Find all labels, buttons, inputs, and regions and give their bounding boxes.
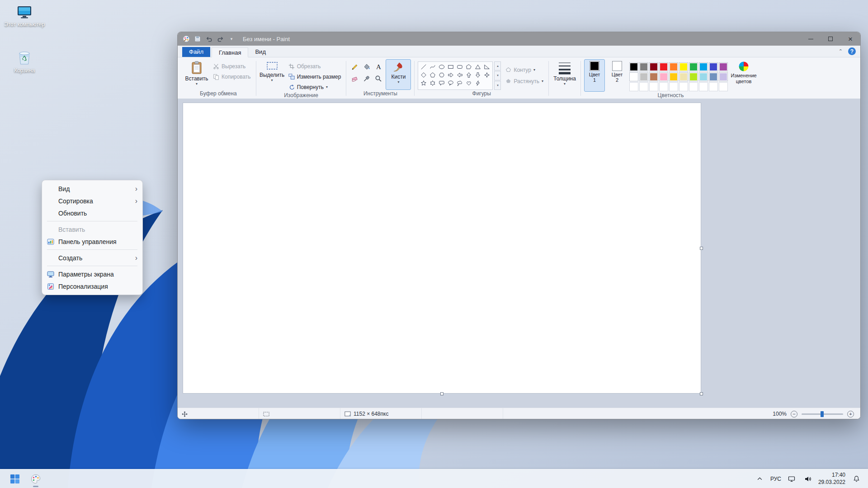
copy-button[interactable]: Копировать [211, 72, 253, 81]
zoom-slider-thumb[interactable] [821, 411, 824, 417]
zoom-out-button[interactable]: − [791, 411, 797, 418]
context-menu-item-2[interactable]: Обновить [44, 207, 141, 219]
minimize-button[interactable] [801, 32, 821, 46]
paint-titlebar[interactable]: ▾ Без имени - Paint × [178, 32, 860, 46]
palette-empty-slot[interactable] [629, 82, 638, 91]
palette-color-swatch[interactable] [719, 72, 728, 81]
pencil-tool-button[interactable] [349, 61, 360, 72]
palette-empty-slot[interactable] [659, 82, 668, 91]
paint-canvas[interactable] [183, 103, 701, 393]
palette-color-swatch[interactable] [709, 62, 718, 71]
rotate-button[interactable]: Повернуть ▾ [287, 82, 343, 92]
redo-button[interactable] [215, 33, 225, 44]
text-tool-button[interactable]: A [373, 61, 384, 72]
canvas-resize-handle-right[interactable] [700, 247, 703, 250]
shape-cloud-callout[interactable] [455, 79, 464, 87]
context-menu-item-0[interactable]: Вид› [44, 183, 141, 195]
palette-color-swatch[interactable] [679, 72, 688, 81]
start-button[interactable] [6, 470, 24, 488]
edit-colors-button[interactable]: Изменение цветов [730, 59, 757, 92]
shape-heart[interactable] [464, 79, 473, 87]
shape-pentagon[interactable] [428, 71, 437, 79]
notifications-button[interactable] [850, 470, 863, 488]
palette-color-swatch[interactable] [669, 62, 678, 71]
palette-color-swatch[interactable] [719, 62, 728, 71]
context-menu-item-10[interactable]: Персонализация [44, 280, 141, 292]
palette-color-swatch[interactable] [659, 72, 668, 81]
shape-polygon[interactable] [464, 63, 473, 71]
palette-color-swatch[interactable] [699, 72, 708, 81]
shape-hexagon[interactable] [437, 71, 446, 79]
resize-button[interactable]: Изменить размер [287, 72, 343, 81]
shape-arrow-up[interactable] [464, 71, 473, 79]
context-menu-item-7[interactable]: Создать› [44, 252, 141, 264]
shape-four-point-star[interactable] [482, 71, 491, 79]
shape-line[interactable] [419, 63, 428, 71]
shape-arrow-right[interactable] [446, 71, 455, 79]
color2-button[interactable]: Цвет2 [607, 59, 627, 92]
palette-color-swatch[interactable] [689, 72, 698, 81]
palette-color-swatch[interactable] [649, 62, 658, 71]
desktop-icon-recycle-bin[interactable]: Корзина [4, 50, 45, 74]
canvas-resize-handle-bottom[interactable] [440, 392, 443, 395]
palette-empty-slot[interactable] [699, 82, 708, 91]
shapes-scroll-up-icon[interactable]: ▴ [494, 61, 501, 70]
palette-color-swatch[interactable] [669, 72, 678, 81]
shape-triangle[interactable] [473, 63, 482, 71]
palette-color-swatch[interactable] [709, 72, 718, 81]
language-indicator[interactable]: РУС [770, 476, 781, 482]
shapes-scroll-down-icon[interactable]: ▾ [494, 71, 501, 80]
palette-color-swatch[interactable] [639, 72, 648, 81]
palette-color-swatch[interactable] [629, 62, 638, 71]
color1-button[interactable]: Цвет1 [584, 59, 605, 92]
shape-rounded-rectangle[interactable] [455, 63, 464, 71]
palette-empty-slot[interactable] [639, 82, 648, 91]
undo-button[interactable] [204, 33, 214, 44]
shape-diamond[interactable] [419, 71, 428, 79]
palette-color-swatch[interactable] [649, 72, 658, 81]
palette-color-swatch[interactable] [689, 62, 698, 71]
volume-button[interactable] [802, 470, 814, 488]
magnifier-tool-button[interactable] [373, 73, 384, 84]
palette-empty-slot[interactable] [669, 82, 678, 91]
fill-tool-button[interactable] [361, 61, 372, 72]
tab-home[interactable]: Главная [212, 47, 248, 57]
tab-view[interactable]: Вид [248, 47, 273, 57]
palette-empty-slot[interactable] [709, 82, 718, 91]
palette-empty-slot[interactable] [679, 82, 688, 91]
network-button[interactable] [786, 470, 797, 488]
select-button[interactable]: Выделить ▾ [259, 59, 285, 92]
shape-oval-callout[interactable] [446, 79, 455, 87]
shape-arrow-down[interactable] [473, 71, 482, 79]
tray-overflow-button[interactable] [754, 470, 766, 488]
context-menu-item-9[interactable]: Параметры экрана [44, 268, 141, 280]
taskbar-paint-button[interactable] [27, 470, 44, 488]
shape-rectangle[interactable] [446, 63, 455, 71]
shape-right-triangle[interactable] [482, 63, 491, 71]
shape-curve[interactable] [428, 63, 437, 71]
shape-outline-button[interactable]: Контур ▾ [504, 65, 545, 75]
collapse-ribbon-chevron-icon[interactable]: ⌃ [839, 48, 843, 54]
brushes-button[interactable]: Кисти ▾ [386, 59, 411, 90]
palette-color-swatch[interactable] [659, 62, 668, 71]
palette-color-swatch[interactable] [629, 72, 638, 81]
shape-arrow-left[interactable] [455, 71, 464, 79]
customize-qat-chevron-icon[interactable]: ▾ [226, 33, 236, 44]
canvas-resize-handle-corner[interactable] [700, 392, 703, 395]
context-menu-item-5[interactable]: Панель управления [44, 235, 141, 248]
taskbar-clock[interactable]: 17:40 29.03.2022 [818, 472, 845, 486]
help-icon[interactable]: ? [848, 47, 856, 55]
palette-empty-slot[interactable] [689, 82, 698, 91]
eraser-tool-button[interactable] [349, 73, 360, 84]
context-menu-item-1[interactable]: Сортировка› [44, 195, 141, 207]
maximize-button[interactable] [821, 32, 840, 46]
palette-color-swatch[interactable] [639, 62, 648, 71]
cut-button[interactable]: Вырезать [211, 61, 253, 71]
tab-file[interactable]: Файл [182, 47, 210, 57]
crop-button[interactable]: Обрезать [287, 61, 343, 71]
shapes-more-icon[interactable]: ▾ [494, 81, 501, 90]
color-picker-tool-button[interactable] [361, 73, 372, 84]
size-button[interactable]: Толщина ▾ [552, 59, 577, 96]
desktop-icon-this-pc[interactable]: Этот компьютер [4, 5, 45, 28]
palette-empty-slot[interactable] [719, 82, 728, 91]
